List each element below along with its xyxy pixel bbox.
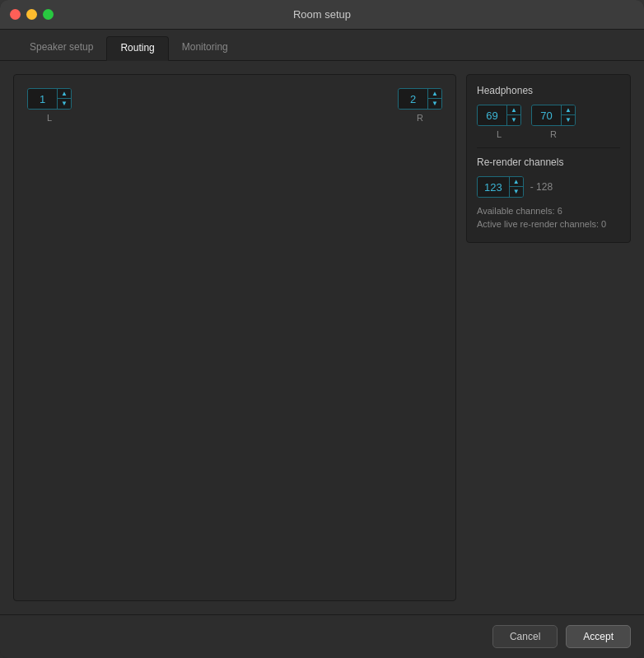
hp-right-down-arrow[interactable]: ▼: [562, 115, 575, 125]
left-channel-down-arrow[interactable]: ▼: [58, 99, 71, 109]
tab-routing[interactable]: Routing: [106, 36, 168, 61]
title-bar: Room setup: [0, 0, 644, 30]
cancel-button[interactable]: Cancel: [492, 625, 558, 648]
hp-right-arrows: ▲ ▼: [561, 105, 575, 125]
hp-left-control: 69 ▲ ▼ L: [477, 105, 521, 139]
hp-right-value: 70: [532, 106, 561, 125]
tab-speaker-setup[interactable]: Speaker setup: [16, 36, 106, 60]
window: Room setup Speaker setup Routing Monitor…: [0, 0, 644, 658]
right-channel-arrows: ▲ ▼: [427, 89, 441, 109]
rerender-spinner[interactable]: 123 ▲ ▼: [477, 176, 524, 198]
hp-right-label: R: [550, 129, 557, 139]
window-controls: [10, 9, 54, 20]
routing-panel: 1 ▲ ▼ L 2: [13, 74, 456, 601]
maximize-button[interactable]: [43, 9, 54, 20]
content-area: 1 ▲ ▼ L 2: [0, 61, 644, 614]
left-channel-value: 1: [28, 90, 57, 109]
minimize-button[interactable]: [26, 9, 37, 20]
right-channel-spinner[interactable]: 2 ▲ ▼: [398, 88, 442, 110]
left-channel-arrows: ▲ ▼: [57, 89, 71, 109]
left-channel-control: 1 ▲ ▼ L: [27, 88, 72, 123]
rerender-value: 123: [478, 178, 509, 197]
left-channel-up-arrow[interactable]: ▲: [58, 89, 71, 99]
footer: Cancel Accept: [0, 614, 644, 658]
section-divider: [477, 147, 620, 148]
right-channel-down-arrow[interactable]: ▼: [428, 99, 441, 109]
headphones-title: Headphones: [477, 85, 620, 96]
rerender-arrows: ▲ ▼: [509, 177, 523, 197]
hp-left-spinner[interactable]: 69 ▲ ▼: [477, 105, 521, 126]
right-channel-control: 2 ▲ ▼ R: [398, 88, 442, 123]
rerender-row: 123 ▲ ▼ - 128: [477, 176, 620, 198]
hp-left-value: 69: [478, 106, 506, 125]
available-channels-text: Available channels: 6: [477, 206, 620, 216]
right-channel-up-arrow[interactable]: ▲: [428, 89, 441, 99]
hp-left-label: L: [497, 129, 502, 139]
hp-left-up-arrow[interactable]: ▲: [507, 105, 520, 115]
active-channels-text: Active live re-render channels: 0: [477, 219, 620, 229]
hp-right-control: 70 ▲ ▼ R: [531, 105, 576, 139]
side-panel: Headphones 69 ▲ ▼: [466, 74, 631, 601]
headphones-row: 69 ▲ ▼ L: [477, 105, 620, 139]
right-channel-label: R: [417, 113, 423, 123]
right-channel-value: 2: [399, 90, 427, 109]
hp-left-down-arrow[interactable]: ▼: [507, 115, 520, 125]
rerender-range-text: - 128: [530, 181, 553, 193]
hp-right-spinner[interactable]: 70 ▲ ▼: [531, 105, 576, 126]
tab-monitoring[interactable]: Monitoring: [169, 36, 241, 60]
hp-left-arrows: ▲ ▼: [506, 105, 520, 125]
left-channel-label: L: [47, 113, 52, 123]
rerender-up-arrow[interactable]: ▲: [510, 177, 523, 187]
hp-right-up-arrow[interactable]: ▲: [562, 105, 575, 115]
channel-row: 1 ▲ ▼ L 2: [27, 88, 442, 123]
rerender-title: Re-render channels: [477, 156, 620, 168]
headphones-section: Headphones 69 ▲ ▼: [466, 74, 631, 243]
left-channel-spinner[interactable]: 1 ▲ ▼: [27, 88, 72, 110]
tab-bar: Speaker setup Routing Monitoring: [0, 30, 644, 61]
window-title: Room setup: [293, 8, 351, 21]
accept-button[interactable]: Accept: [566, 625, 631, 648]
rerender-down-arrow[interactable]: ▼: [510, 187, 523, 197]
close-button[interactable]: [10, 9, 21, 20]
